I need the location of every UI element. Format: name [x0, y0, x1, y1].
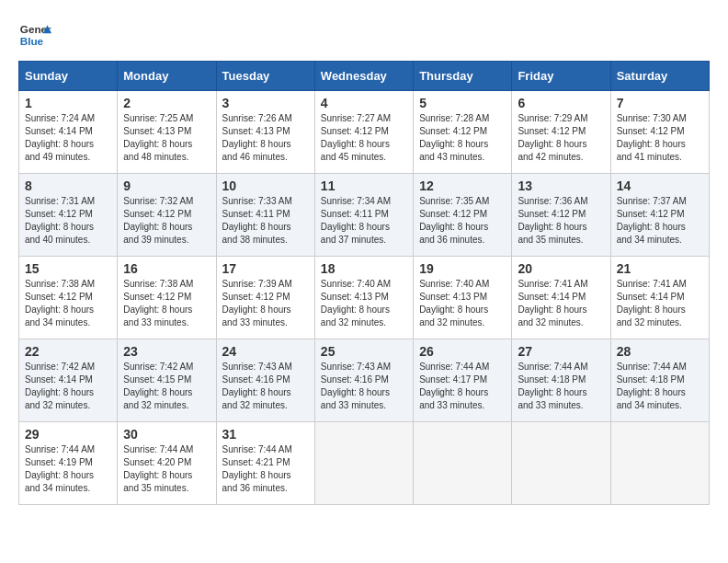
- calendar-cell: 28Sunrise: 7:44 AMSunset: 4:18 PMDayligh…: [610, 339, 709, 422]
- day-info: Sunrise: 7:31 AMSunset: 4:12 PMDaylight:…: [25, 195, 111, 247]
- calendar-cell: 1Sunrise: 7:24 AMSunset: 4:14 PMDaylight…: [19, 91, 118, 174]
- weekday-header-monday: Monday: [118, 62, 216, 91]
- day-info: Sunrise: 7:40 AMSunset: 4:13 PMDaylight:…: [321, 278, 407, 329]
- calendar-cell: 6Sunrise: 7:29 AMSunset: 4:12 PMDaylight…: [512, 91, 610, 174]
- day-number: 24: [222, 344, 309, 359]
- day-info: Sunrise: 7:44 AMSunset: 4:19 PMDaylight:…: [25, 443, 111, 495]
- day-number: 17: [222, 261, 309, 276]
- calendar-cell: 26Sunrise: 7:44 AMSunset: 4:17 PMDayligh…: [414, 339, 512, 422]
- day-number: 28: [617, 344, 703, 359]
- week-row-2: 8Sunrise: 7:31 AMSunset: 4:12 PMDaylight…: [19, 174, 710, 257]
- weekday-header-saturday: Saturday: [610, 62, 709, 91]
- day-number: 18: [321, 261, 407, 276]
- day-info: Sunrise: 7:30 AMSunset: 4:12 PMDaylight:…: [617, 112, 703, 164]
- day-info: Sunrise: 7:25 AMSunset: 4:13 PMDaylight:…: [123, 112, 210, 164]
- day-info: Sunrise: 7:44 AMSunset: 4:21 PMDaylight:…: [222, 443, 309, 495]
- day-number: 29: [25, 427, 111, 442]
- calendar-cell: [610, 422, 709, 505]
- calendar-cell: 18Sunrise: 7:40 AMSunset: 4:13 PMDayligh…: [314, 257, 413, 339]
- day-number: 3: [222, 96, 309, 110]
- day-number: 21: [617, 261, 703, 276]
- day-info: Sunrise: 7:42 AMSunset: 4:15 PMDaylight:…: [123, 361, 210, 412]
- calendar-cell: 19Sunrise: 7:40 AMSunset: 4:13 PMDayligh…: [414, 257, 512, 339]
- calendar-cell: 7Sunrise: 7:30 AMSunset: 4:12 PMDaylight…: [610, 91, 709, 174]
- day-info: Sunrise: 7:44 AMSunset: 4:20 PMDaylight:…: [123, 443, 210, 495]
- day-number: 12: [419, 178, 506, 193]
- day-info: Sunrise: 7:42 AMSunset: 4:14 PMDaylight:…: [25, 361, 111, 412]
- day-info: Sunrise: 7:27 AMSunset: 4:12 PMDaylight:…: [321, 112, 407, 164]
- day-number: 10: [222, 178, 309, 193]
- day-info: Sunrise: 7:26 AMSunset: 4:13 PMDaylight:…: [222, 112, 309, 164]
- day-number: 31: [222, 427, 309, 442]
- day-number: 27: [518, 344, 604, 359]
- calendar-cell: [512, 422, 610, 505]
- calendar-cell: 2Sunrise: 7:25 AMSunset: 4:13 PMDaylight…: [118, 91, 216, 174]
- week-row-5: 29Sunrise: 7:44 AMSunset: 4:19 PMDayligh…: [19, 422, 710, 505]
- day-info: Sunrise: 7:36 AMSunset: 4:12 PMDaylight:…: [518, 195, 604, 247]
- calendar-cell: 17Sunrise: 7:39 AMSunset: 4:12 PMDayligh…: [216, 257, 314, 339]
- logo-icon: General Blue: [18, 18, 51, 52]
- day-info: Sunrise: 7:41 AMSunset: 4:14 PMDaylight:…: [617, 278, 703, 329]
- day-number: 22: [25, 344, 111, 359]
- day-number: 25: [321, 344, 407, 359]
- weekday-header-thursday: Thursday: [414, 62, 512, 91]
- day-number: 11: [321, 178, 407, 193]
- day-number: 4: [321, 96, 407, 110]
- calendar-cell: 25Sunrise: 7:43 AMSunset: 4:16 PMDayligh…: [314, 339, 413, 422]
- day-number: 1: [25, 96, 111, 110]
- calendar-cell: 3Sunrise: 7:26 AMSunset: 4:13 PMDaylight…: [216, 91, 314, 174]
- day-number: 26: [419, 344, 506, 359]
- calendar-cell: 11Sunrise: 7:34 AMSunset: 4:11 PMDayligh…: [314, 174, 413, 257]
- weekday-header-row: SundayMondayTuesdayWednesdayThursdayFrid…: [19, 62, 710, 91]
- day-info: Sunrise: 7:44 AMSunset: 4:17 PMDaylight:…: [419, 361, 506, 412]
- calendar-cell: 23Sunrise: 7:42 AMSunset: 4:15 PMDayligh…: [118, 339, 216, 422]
- day-number: 30: [123, 427, 210, 442]
- day-number: 6: [518, 96, 604, 110]
- day-number: 19: [419, 261, 506, 276]
- day-info: Sunrise: 7:44 AMSunset: 4:18 PMDaylight:…: [617, 361, 703, 412]
- calendar-cell: 20Sunrise: 7:41 AMSunset: 4:14 PMDayligh…: [512, 257, 610, 339]
- calendar-cell: 16Sunrise: 7:38 AMSunset: 4:12 PMDayligh…: [118, 257, 216, 339]
- calendar-cell: 30Sunrise: 7:44 AMSunset: 4:20 PMDayligh…: [118, 422, 216, 505]
- day-info: Sunrise: 7:37 AMSunset: 4:12 PMDaylight:…: [617, 195, 703, 247]
- weekday-header-sunday: Sunday: [19, 62, 118, 91]
- day-number: 2: [123, 96, 210, 110]
- calendar-cell: 8Sunrise: 7:31 AMSunset: 4:12 PMDaylight…: [19, 174, 118, 257]
- calendar-cell: 5Sunrise: 7:28 AMSunset: 4:12 PMDaylight…: [414, 91, 512, 174]
- calendar-cell: 27Sunrise: 7:44 AMSunset: 4:18 PMDayligh…: [512, 339, 610, 422]
- calendar-cell: 31Sunrise: 7:44 AMSunset: 4:21 PMDayligh…: [216, 422, 314, 505]
- weekday-header-wednesday: Wednesday: [314, 62, 413, 91]
- day-info: Sunrise: 7:43 AMSunset: 4:16 PMDaylight:…: [321, 361, 407, 412]
- weekday-header-friday: Friday: [512, 62, 610, 91]
- day-number: 9: [123, 178, 210, 193]
- week-row-4: 22Sunrise: 7:42 AMSunset: 4:14 PMDayligh…: [19, 339, 710, 422]
- calendar-cell: 15Sunrise: 7:38 AMSunset: 4:12 PMDayligh…: [19, 257, 118, 339]
- week-row-3: 15Sunrise: 7:38 AMSunset: 4:12 PMDayligh…: [19, 257, 710, 339]
- day-info: Sunrise: 7:40 AMSunset: 4:13 PMDaylight:…: [419, 278, 506, 329]
- day-info: Sunrise: 7:38 AMSunset: 4:12 PMDaylight:…: [25, 278, 111, 329]
- day-info: Sunrise: 7:32 AMSunset: 4:12 PMDaylight:…: [123, 195, 210, 247]
- calendar-cell: [314, 422, 413, 505]
- day-info: Sunrise: 7:41 AMSunset: 4:14 PMDaylight:…: [518, 278, 604, 329]
- svg-text:Blue: Blue: [20, 35, 44, 47]
- day-info: Sunrise: 7:38 AMSunset: 4:12 PMDaylight:…: [123, 278, 210, 329]
- day-number: 7: [617, 96, 703, 110]
- calendar-cell: 21Sunrise: 7:41 AMSunset: 4:14 PMDayligh…: [610, 257, 709, 339]
- calendar-cell: 29Sunrise: 7:44 AMSunset: 4:19 PMDayligh…: [19, 422, 118, 505]
- day-info: Sunrise: 7:33 AMSunset: 4:11 PMDaylight:…: [222, 195, 309, 247]
- calendar-cell: 12Sunrise: 7:35 AMSunset: 4:12 PMDayligh…: [414, 174, 512, 257]
- calendar-table: SundayMondayTuesdayWednesdayThursdayFrid…: [18, 61, 710, 505]
- day-info: Sunrise: 7:39 AMSunset: 4:12 PMDaylight:…: [222, 278, 309, 329]
- calendar-cell: 24Sunrise: 7:43 AMSunset: 4:16 PMDayligh…: [216, 339, 314, 422]
- calendar-cell: 4Sunrise: 7:27 AMSunset: 4:12 PMDaylight…: [314, 91, 413, 174]
- day-info: Sunrise: 7:29 AMSunset: 4:12 PMDaylight:…: [518, 112, 604, 164]
- day-number: 13: [518, 178, 604, 193]
- calendar-cell: [414, 422, 512, 505]
- day-number: 8: [25, 178, 111, 193]
- day-number: 15: [25, 261, 111, 276]
- day-info: Sunrise: 7:34 AMSunset: 4:11 PMDaylight:…: [321, 195, 407, 247]
- day-number: 20: [518, 261, 604, 276]
- calendar-cell: 9Sunrise: 7:32 AMSunset: 4:12 PMDaylight…: [118, 174, 216, 257]
- calendar-cell: 13Sunrise: 7:36 AMSunset: 4:12 PMDayligh…: [512, 174, 610, 257]
- day-info: Sunrise: 7:35 AMSunset: 4:12 PMDaylight:…: [419, 195, 506, 247]
